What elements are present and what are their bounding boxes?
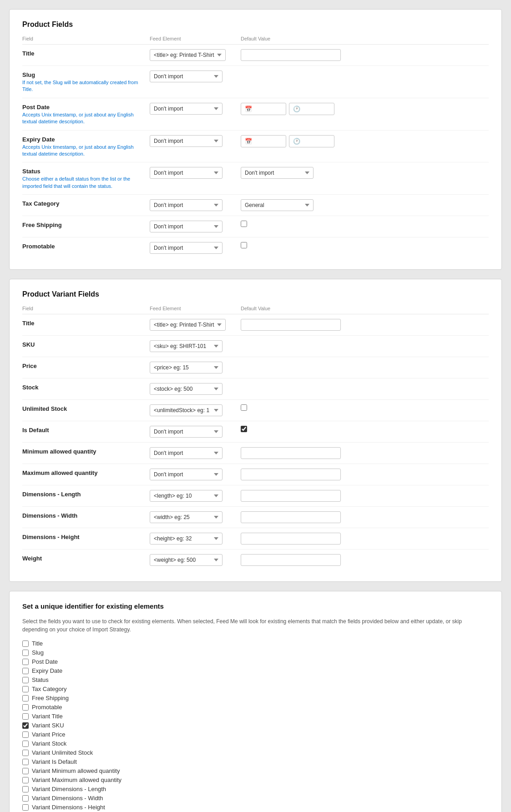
v-field-label-stock: Stock — [22, 383, 150, 391]
free-shipping-feed-select[interactable]: Don't import — [150, 221, 223, 232]
table-row: Maximum allowed quantity Don't import — [22, 464, 489, 485]
expiry-date-time-field[interactable]: 🕐 — [289, 135, 334, 147]
v-unlimited-stock-feed-select[interactable]: <unlimitedStock> eg: 1 — [150, 404, 223, 416]
v-field-label-max-qty: Maximum allowed quantity — [22, 469, 150, 476]
expiry-date-feed-select[interactable]: Don't import — [150, 135, 223, 147]
v-is-default-feed-select[interactable]: Don't import — [150, 426, 223, 438]
tax-category-feed-select[interactable]: Don't import — [150, 199, 223, 211]
table-row: Post Date Accepts Unix timestamp, or jus… — [22, 98, 489, 130]
id-cb-variant-title[interactable] — [22, 713, 29, 720]
list-item: Post Date — [22, 658, 489, 665]
id-cb-variant-unlimited-stock[interactable] — [22, 750, 29, 756]
expiry-date-date-input[interactable] — [255, 138, 282, 144]
promotable-feed-select[interactable]: Don't import — [150, 242, 223, 254]
field-hint-expiry-date: Accepts Unix timestamp, or just about an… — [22, 144, 141, 158]
id-cb-variant-dim-width[interactable] — [22, 795, 29, 802]
promotable-default-checkbox[interactable] — [241, 242, 247, 248]
id-cb-expiry-date[interactable] — [22, 668, 29, 674]
v-max-qty-default-input[interactable] — [241, 469, 341, 480]
product-fields-card: Product Fields Field Feed Element Defaul… — [9, 9, 502, 270]
id-cb-post-date[interactable] — [22, 659, 29, 665]
list-item: Variant Unlimited Stock — [22, 749, 489, 756]
v-field-label-price: Price — [22, 362, 150, 369]
list-item: Slug — [22, 649, 489, 656]
v-dim-length-feed-select[interactable]: <length> eg: 10 — [150, 490, 223, 502]
title-default-input[interactable] — [241, 49, 341, 61]
id-cb-variant-dim-length[interactable] — [22, 786, 29, 792]
post-date-feed-select[interactable]: Don't import — [150, 103, 223, 115]
v-col-field: Field — [22, 306, 150, 314]
v-dim-length-default-input[interactable] — [241, 490, 341, 502]
id-label-tax-category: Tax Category — [32, 686, 67, 692]
id-cb-variant-is-default[interactable] — [22, 759, 29, 765]
v-weight-default-input[interactable] — [241, 554, 341, 566]
slug-feed-select[interactable]: Don't import — [150, 71, 223, 82]
v-dim-height-default-input[interactable] — [241, 533, 341, 545]
list-item: Variant Dimensions - Length — [22, 786, 489, 792]
col-field: Field — [22, 36, 150, 45]
v-field-label-unlimited-stock: Unlimited Stock — [22, 404, 150, 412]
id-cb-promotable[interactable] — [22, 704, 29, 711]
post-date-time-field[interactable]: 🕐 — [289, 103, 334, 115]
id-cb-variant-max-qty[interactable] — [22, 777, 29, 783]
expiry-date-time-input[interactable] — [303, 138, 330, 144]
list-item: Variant Dimensions - Width — [22, 795, 489, 802]
v-sku-feed-select[interactable]: <sku> eg: SHIRT-101 — [150, 340, 223, 352]
table-row: Dimensions - Height <height> eg: 32 — [22, 528, 489, 550]
id-label-post-date: Post Date — [32, 658, 58, 665]
v-min-qty-default-input[interactable] — [241, 447, 341, 459]
table-row: Title <title> eg: Printed T-Shirt — [22, 45, 489, 66]
list-item: Variant Is Default — [22, 758, 489, 765]
free-shipping-default-checkbox[interactable] — [241, 221, 247, 227]
id-cb-slug[interactable] — [22, 650, 29, 656]
v-weight-feed-select[interactable]: <weight> eg: 500 — [150, 554, 223, 566]
identifier-title: Set a unique identifier for existing ele… — [22, 602, 489, 610]
table-row: Unlimited Stock <unlimitedStock> eg: 1 — [22, 400, 489, 421]
tax-category-default-select[interactable]: General — [241, 199, 314, 211]
post-date-time-input[interactable] — [303, 106, 330, 112]
id-cb-status[interactable] — [22, 677, 29, 683]
v-field-label-dim-height: Dimensions - Height — [22, 533, 150, 540]
status-feed-select[interactable]: Don't import — [150, 167, 223, 179]
field-label-slug: Slug — [22, 71, 150, 78]
v-col-default-value: Default Value — [241, 306, 489, 314]
status-default-select[interactable]: Don't import — [241, 167, 314, 179]
v-unlimited-stock-default-checkbox[interactable] — [241, 404, 247, 411]
expiry-date-date-field[interactable]: 📅 — [241, 135, 286, 147]
id-cb-tax-category[interactable] — [22, 686, 29, 692]
table-row: Dimensions - Length <length> eg: 10 — [22, 485, 489, 507]
v-min-qty-feed-select[interactable]: Don't import — [150, 447, 223, 459]
list-item: Free Shipping — [22, 695, 489, 701]
clock-icon: 🕐 — [293, 106, 300, 112]
v-title-feed-select[interactable]: <title> eg: Printed T-Shirt — [150, 319, 226, 331]
table-row: Slug If not set, the Slug will be automa… — [22, 66, 489, 98]
id-cb-variant-stock[interactable] — [22, 741, 29, 747]
identifier-card: Set a unique identifier for existing ele… — [9, 591, 502, 812]
v-dim-width-feed-select[interactable]: <width> eg: 25 — [150, 511, 223, 523]
title-feed-select[interactable]: <title> eg: Printed T-Shirt — [150, 49, 226, 61]
calendar-icon: 📅 — [245, 106, 252, 112]
expiry-date-input-group: 📅 🕐 — [241, 135, 489, 147]
id-cb-free-shipping[interactable] — [22, 695, 29, 701]
v-title-default-input[interactable] — [241, 319, 341, 331]
post-date-date-field[interactable]: 📅 — [241, 103, 286, 115]
id-cb-variant-price[interactable] — [22, 731, 29, 738]
id-cb-variant-dim-height[interactable] — [22, 804, 29, 811]
v-dim-height-feed-select[interactable]: <height> eg: 32 — [150, 533, 223, 545]
v-stock-feed-select[interactable]: <stock> eg: 500 — [150, 383, 223, 395]
id-cb-variant-min-qty[interactable] — [22, 768, 29, 774]
product-fields-table: Field Feed Element Default Value Title <… — [22, 36, 489, 258]
field-label-expiry-date: Expiry Date — [22, 135, 150, 143]
v-field-label-sku: SKU — [22, 340, 150, 348]
v-price-feed-select[interactable]: <price> eg: 15 — [150, 362, 223, 373]
id-label-slug: Slug — [32, 649, 44, 656]
col-feed-element: Feed Element — [150, 36, 241, 45]
post-date-date-input[interactable] — [255, 106, 282, 112]
v-max-qty-feed-select[interactable]: Don't import — [150, 469, 223, 480]
id-label-expiry-date: Expiry Date — [32, 667, 62, 674]
id-cb-variant-sku[interactable] — [22, 722, 29, 729]
id-cb-title[interactable] — [22, 641, 29, 647]
v-dim-width-default-input[interactable] — [241, 511, 341, 523]
v-is-default-checkbox[interactable] — [241, 426, 247, 432]
calendar-icon: 📅 — [245, 138, 252, 145]
